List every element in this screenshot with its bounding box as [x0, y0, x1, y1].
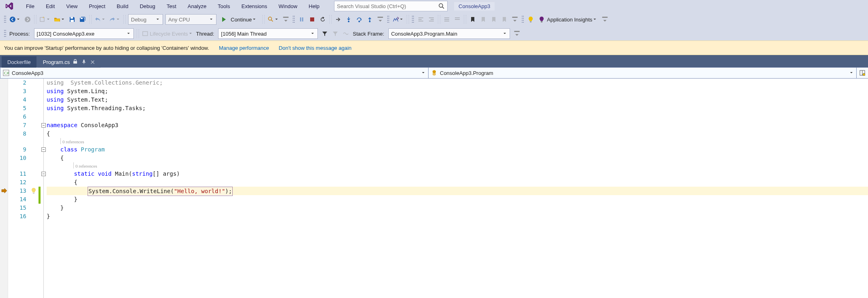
stack-frame-combo[interactable]: ConsoleApp3.Program.Main: [388, 28, 510, 39]
fold-toggle[interactable]: [41, 147, 46, 152]
document-tab-strip: Dockerfile Program.cs: [0, 55, 868, 67]
save-button[interactable]: [67, 14, 77, 25]
open-file-button[interactable]: [52, 14, 67, 25]
menu-test[interactable]: Test: [161, 2, 182, 11]
pin-icon[interactable]: [81, 60, 86, 64]
code-line[interactable]: }: [47, 212, 868, 221]
uncomment-button: [452, 14, 463, 25]
find-in-files-button[interactable]: [266, 14, 281, 25]
step-over-button[interactable]: [354, 14, 364, 25]
toolbar-grip[interactable]: [4, 29, 6, 38]
save-all-button[interactable]: [77, 14, 88, 25]
code-text-area[interactable]: using System.Collections.Generic;using S…: [47, 79, 868, 298]
manage-performance-link[interactable]: Manage performance: [219, 45, 269, 51]
fold-toggle[interactable]: [41, 172, 46, 176]
vs-logo-icon: [4, 1, 15, 11]
outlining-margin[interactable]: [41, 79, 47, 298]
nav-class-combo[interactable]: ConsoleApp3.Program: [428, 68, 857, 79]
stop-button[interactable]: [307, 14, 317, 25]
svg-rect-32: [602, 17, 607, 18]
menu-help[interactable]: Help: [303, 2, 325, 11]
bookmark-toggle-button[interactable]: [467, 14, 478, 25]
toolbar-grip[interactable]: [411, 15, 414, 24]
toolbar-overflow[interactable]: [600, 14, 610, 25]
quick-launch-search[interactable]: Search Visual Studio (Ctrl+Q): [334, 1, 448, 11]
intellitrace-events-button[interactable]: [391, 14, 405, 25]
code-line[interactable]: using System.Linq;: [47, 87, 868, 96]
svg-rect-23: [429, 21, 434, 21]
codelens[interactable]: 0 references: [47, 162, 868, 170]
codelens[interactable]: 0 references: [47, 138, 868, 145]
svg-rect-10: [283, 17, 288, 18]
thread-combo[interactable]: [1056] Main Thread: [218, 28, 318, 39]
code-line[interactable]: using System.Collections.Generic;: [47, 79, 868, 87]
solution-platform-combo[interactable]: Any CPU: [165, 14, 216, 25]
toolbar-overflow[interactable]: [512, 28, 522, 39]
toolbar-grip[interactable]: [521, 15, 524, 24]
code-line[interactable]: {: [47, 154, 868, 162]
menu-analyze[interactable]: Analyze: [182, 2, 212, 11]
restart-button[interactable]: [317, 14, 328, 25]
svg-line-1: [442, 7, 444, 9]
menu-project[interactable]: Project: [83, 2, 111, 11]
menu-view[interactable]: View: [60, 2, 83, 11]
step-into-button[interactable]: [343, 14, 354, 25]
tab-program-cs[interactable]: Program.cs: [37, 56, 101, 68]
dismiss-notification-link[interactable]: Don't show this message again: [279, 45, 351, 51]
svg-rect-31: [541, 21, 542, 22]
code-line[interactable]: static void Main(string[] args): [47, 170, 868, 178]
svg-rect-12: [302, 17, 303, 21]
toolbar-overflow[interactable]: [375, 14, 386, 25]
code-editor[interactable]: 2345678910111213141516 using System.Coll…: [0, 79, 868, 298]
nav-back-button[interactable]: [8, 14, 22, 25]
lightbulb-icon[interactable]: [30, 187, 37, 194]
show-next-statement-button[interactable]: [333, 14, 343, 25]
menu-tools[interactable]: Tools: [212, 2, 236, 11]
code-line[interactable]: namespace ConsoleApp3: [47, 121, 868, 130]
tab-dockerfile[interactable]: Dockerfile: [2, 56, 36, 68]
toolbar-grip[interactable]: [387, 15, 390, 24]
glyph-margin[interactable]: [0, 79, 8, 298]
solution-config-combo[interactable]: Debug: [128, 14, 163, 25]
toolbar-grip[interactable]: [4, 15, 6, 24]
toolbar-overflow[interactable]: [281, 14, 291, 25]
svg-point-40: [863, 73, 865, 76]
nav-split-button[interactable]: [856, 68, 868, 79]
app-insights-button[interactable]: Application Insights: [536, 16, 600, 23]
svg-point-16: [369, 21, 371, 22]
menu-window[interactable]: Window: [273, 2, 303, 11]
menu-extensions[interactable]: Extensions: [236, 2, 273, 11]
step-out-button[interactable]: [364, 14, 375, 25]
line-number: 10: [8, 154, 26, 162]
notification-text: You can improve 'Startup' performance by…: [4, 45, 209, 51]
search-icon: [438, 3, 445, 9]
code-line[interactable]: [47, 113, 868, 121]
code-line[interactable]: System.Console.WriteLine("Hello, world!"…: [47, 187, 868, 195]
close-tab-button[interactable]: [90, 60, 95, 64]
toolbar-grip[interactable]: [292, 15, 295, 24]
filter-threads-button[interactable]: [319, 28, 330, 39]
svg-rect-13: [310, 17, 314, 21]
lightbulb-button[interactable]: [525, 14, 536, 25]
line-number: 16: [8, 212, 26, 221]
current-statement-icon: [1, 187, 7, 194]
svg-rect-18: [418, 17, 423, 18]
menu-edit[interactable]: Edit: [40, 2, 60, 11]
code-line[interactable]: }: [47, 195, 868, 204]
comment-button: [442, 14, 452, 25]
code-line[interactable]: class Program: [47, 145, 868, 154]
process-combo[interactable]: [1032] ConsoleApp3.exe: [34, 28, 134, 39]
toolbar-overflow[interactable]: [510, 14, 520, 25]
menu-file[interactable]: File: [20, 2, 40, 11]
code-line[interactable]: {: [47, 178, 868, 187]
code-line[interactable]: {: [47, 130, 868, 138]
continue-button[interactable]: Continue: [219, 14, 260, 25]
code-line[interactable]: using System.Text;: [47, 96, 868, 104]
fold-toggle[interactable]: [41, 123, 46, 128]
svg-rect-5: [71, 17, 73, 19]
menu-debug[interactable]: Debug: [134, 2, 161, 11]
nav-project-combo[interactable]: C# ConsoleApp3: [0, 68, 429, 79]
menu-build[interactable]: Build: [111, 2, 134, 11]
code-line[interactable]: }: [47, 204, 868, 212]
code-line[interactable]: using System.Threading.Tasks;: [47, 104, 868, 113]
